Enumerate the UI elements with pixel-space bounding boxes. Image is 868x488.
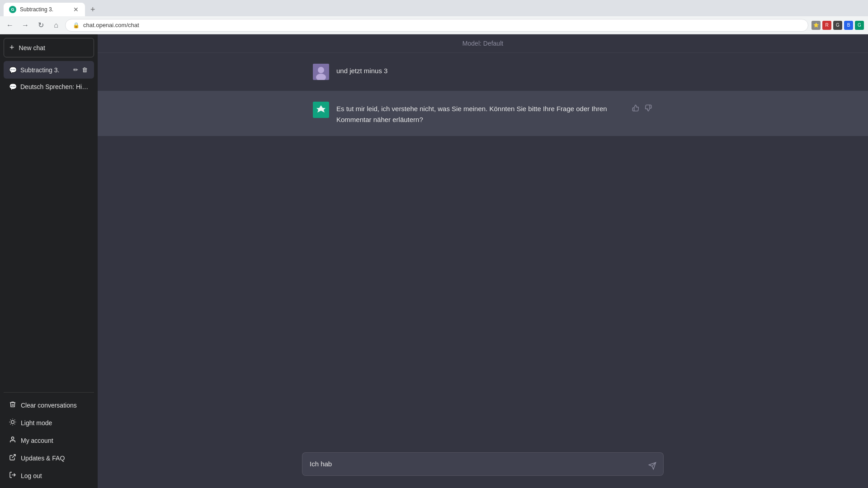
updates-faq-button[interactable]: Updates & FAQ: [4, 449, 94, 467]
tab-title: Subtracting 3.: [20, 6, 69, 13]
edit-chat-button[interactable]: ✏: [72, 66, 79, 74]
user-icon: [9, 436, 16, 445]
ext-4: B: [844, 21, 853, 30]
new-chat-label: New chat: [19, 44, 45, 52]
sidebar: + New chat 💬 Subtracting 3. ✏ 🗑 💬 Deutsc…: [0, 34, 98, 488]
browser-chrome: G Subtracting 3. ✕ + ← → ↻ ⌂ 🔒 chat.open…: [0, 0, 868, 34]
lock-icon: 🔒: [73, 22, 80, 28]
assistant-message-content: Es tut mir leid, ich verstehe nicht, was…: [336, 102, 624, 125]
svg-line-8: [14, 420, 15, 420]
svg-point-13: [318, 67, 324, 73]
back-button[interactable]: ←: [4, 19, 16, 32]
my-account-label: My account: [21, 437, 53, 444]
model-label: Model: Default: [462, 40, 503, 47]
svg-line-4: [14, 424, 15, 424]
user-message-content: und jetzt minus 3: [336, 64, 653, 76]
svg-point-9: [11, 437, 14, 439]
app-wrapper: + New chat 💬 Subtracting 3. ✏ 🗑 💬 Deutsc…: [0, 34, 868, 488]
sidebar-item-label-2: Deutsch Sprechen: Hilfe Angel: [20, 83, 89, 90]
delete-chat-button[interactable]: 🗑: [81, 66, 89, 74]
log-out-button[interactable]: Log out: [4, 467, 94, 484]
log-out-label: Log out: [21, 472, 42, 479]
trash-icon: [9, 401, 16, 409]
model-header: Model: Default: [98, 34, 868, 53]
assistant-message-inner: Es tut mir leid, ich verstehe nicht, was…: [302, 102, 664, 125]
light-mode-button[interactable]: Light mode: [4, 414, 94, 432]
ext-2: R: [822, 21, 831, 30]
user-avatar: [313, 64, 329, 80]
browser-extensions: ⭐ R G B G: [811, 21, 864, 30]
svg-point-0: [11, 421, 14, 424]
my-account-button[interactable]: My account: [4, 432, 94, 449]
thumbs-down-button[interactable]: [644, 103, 653, 114]
browser-tab-active[interactable]: G Subtracting 3. ✕: [4, 3, 85, 16]
chat-messages: und jetzt minus 3 Es tut mir leid, ich v…: [98, 53, 868, 445]
svg-line-3: [10, 420, 11, 420]
new-tab-button[interactable]: +: [87, 3, 99, 16]
clear-label: Clear conversations: [21, 402, 77, 409]
ext-3: G: [833, 21, 842, 30]
address-bar[interactable]: 🔒 chat.openai.com/chat: [65, 19, 808, 32]
new-chat-button[interactable]: + New chat: [4, 38, 94, 57]
input-container: Ich hab: [302, 452, 664, 478]
svg-line-10: [12, 455, 15, 458]
external-link-icon: [9, 454, 16, 462]
chat-input[interactable]: Ich hab: [302, 452, 664, 476]
tab-favicon: G: [9, 6, 16, 13]
chat-icon-2: 💬: [9, 83, 17, 90]
home-button[interactable]: ⌂: [50, 19, 62, 32]
browser-tab-bar: G Subtracting 3. ✕ +: [0, 0, 868, 16]
updates-faq-label: Updates & FAQ: [21, 455, 65, 462]
sun-icon: [9, 418, 16, 427]
ext-1: ⭐: [811, 21, 821, 30]
item-actions: ✏ 🗑: [72, 66, 89, 74]
plus-icon: +: [9, 43, 14, 52]
sidebar-item-label: Subtracting 3.: [20, 66, 69, 74]
tab-close-button[interactable]: ✕: [72, 5, 80, 14]
send-button[interactable]: [646, 460, 658, 472]
logout-icon: [9, 471, 16, 480]
sidebar-item-deutsch[interactable]: 💬 Deutsch Sprechen: Hilfe Angel: [4, 79, 94, 95]
browser-toolbar: ← → ↻ ⌂ 🔒 chat.openai.com/chat ⭐ R G B G: [0, 16, 868, 34]
message-actions: [631, 102, 653, 114]
assistant-message-row: Es tut mir leid, ich verstehe nicht, was…: [98, 91, 868, 136]
url-text: chat.openai.com/chat: [83, 22, 139, 28]
input-area: Ich hab: [98, 445, 868, 488]
main-content: Model: Default und jetzt minus 3: [98, 34, 868, 488]
clear-conversations-button[interactable]: Clear conversations: [4, 396, 94, 414]
user-message-row: und jetzt minus 3: [98, 53, 868, 91]
ext-5: G: [855, 21, 864, 30]
chat-icon: 💬: [9, 66, 17, 74]
sidebar-bottom: Clear conversations Light mode: [4, 392, 94, 484]
sidebar-item-subtracting3[interactable]: 💬 Subtracting 3. ✏ 🗑: [4, 61, 94, 79]
assistant-avatar: [313, 102, 329, 118]
light-mode-label: Light mode: [21, 419, 52, 427]
user-message-inner: und jetzt minus 3: [302, 64, 664, 80]
thumbs-up-button[interactable]: [631, 103, 640, 114]
svg-line-7: [10, 424, 11, 424]
forward-button[interactable]: →: [19, 19, 32, 32]
refresh-button[interactable]: ↻: [34, 19, 47, 32]
sidebar-top: + New chat 💬 Subtracting 3. ✏ 🗑 💬 Deutsc…: [4, 38, 94, 392]
